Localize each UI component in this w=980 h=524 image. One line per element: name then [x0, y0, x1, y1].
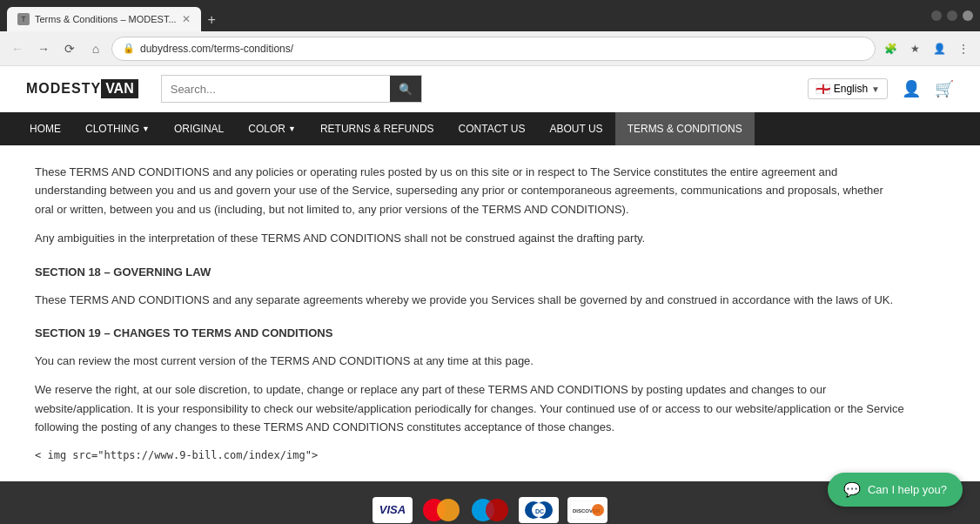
bookmark-icon[interactable]: ★: [905, 39, 924, 58]
language-arrow-icon: ▼: [871, 84, 880, 94]
nav-home[interactable]: HOME: [17, 112, 73, 145]
section-19-para-2: We reserve the right, at our sole discre…: [35, 380, 905, 436]
secure-icon: 🔒: [123, 43, 135, 54]
visa-payment-icon: VISA: [373, 497, 413, 523]
section-18-title: SECTION 18 – GOVERNING LAW: [35, 264, 905, 282]
close-button[interactable]: [963, 10, 973, 21]
chat-label: Can I help you?: [868, 483, 947, 496]
diners-payment-icon: DC: [519, 497, 559, 523]
tab-favicon: T: [17, 13, 30, 25]
window-controls: [931, 10, 973, 21]
section-19-para-1: You can review the most current version …: [35, 352, 905, 370]
minimize-button[interactable]: [931, 10, 942, 21]
nav-color[interactable]: COLOR ▼: [236, 112, 308, 145]
language-selector[interactable]: 🏴󠁧󠁢󠁥󠁮󠁧󠁿 English ▼: [808, 78, 888, 99]
forward-button[interactable]: →: [33, 38, 54, 59]
svg-text:DC: DC: [535, 508, 544, 514]
tab-title: Terms & Conditions – MODEST...: [35, 14, 177, 24]
code-line: < img src="https://www.9-bill.com/index/…: [35, 447, 905, 464]
discover-svg: DISCOVER: [570, 500, 605, 520]
mastercard-payment-icon: [421, 497, 461, 523]
chat-icon: 💬: [843, 481, 861, 498]
nav-contact[interactable]: CONTACT US: [446, 112, 538, 145]
nav-clothing[interactable]: CLOTHING ▼: [73, 112, 162, 145]
logo-van: VAN: [101, 79, 138, 98]
address-bar[interactable]: 🔒 dubydress.com/terms-conditions/: [111, 37, 876, 61]
cart-icon[interactable]: 🛒: [935, 79, 954, 98]
browser-chrome: T Terms & Conditions – MODEST... ✕ +: [0, 0, 980, 31]
main-content: These TERMS AND CONDITIONS and any polic…: [0, 145, 940, 481]
address-url: dubydress.com/terms-conditions/: [140, 43, 864, 55]
maximize-button[interactable]: [947, 10, 957, 21]
diners-svg: DC: [521, 500, 556, 521]
clothing-arrow-icon: ▼: [142, 124, 150, 133]
logo-modesty: MODESTY: [26, 81, 101, 97]
back-button[interactable]: ←: [7, 38, 28, 59]
tab-close-button[interactable]: ✕: [182, 13, 191, 25]
browser-toolbar: ← → ⟳ ⌂ 🔒 dubydress.com/terms-conditions…: [0, 31, 980, 66]
nav-returns[interactable]: RETURNS & REFUNDS: [308, 112, 446, 145]
svg-point-6: [592, 504, 604, 516]
search-button[interactable]: 🔍: [390, 76, 421, 102]
active-tab[interactable]: T Terms & Conditions – MODEST... ✕: [7, 7, 201, 31]
payment-icons: VISA DC DISCOVER: [26, 497, 954, 523]
extensions-icon[interactable]: 🧩: [881, 39, 900, 58]
flag-icon: 🏴󠁧󠁢󠁥󠁮󠁧󠁿: [816, 82, 830, 96]
paragraph-1: These TERMS AND CONDITIONS and any polic…: [35, 163, 905, 218]
header-right: 🏴󠁧󠁢󠁥󠁮󠁧󠁿 English ▼ 👤 🛒: [808, 78, 954, 99]
site-logo[interactable]: MODESTY VAN: [26, 79, 138, 98]
section-19-title: SECTION 19 – CHANGES TO TERMS AND CONDIT…: [35, 325, 905, 343]
profile-icon[interactable]: 👤: [930, 39, 949, 58]
maestro-payment-icon: [470, 497, 510, 523]
color-arrow-icon: ▼: [288, 124, 296, 133]
section-18-text: These TERMS AND CONDITIONS and any separ…: [35, 291, 905, 309]
discover-payment-icon: DISCOVER: [567, 497, 607, 523]
browser-tabs: T Terms & Conditions – MODEST... ✕ +: [7, 0, 926, 31]
home-button[interactable]: ⌂: [85, 38, 106, 59]
menu-icon[interactable]: ⋮: [954, 39, 973, 58]
site-nav: HOME CLOTHING ▼ ORIGINAL COLOR ▼ RETURNS…: [0, 112, 980, 145]
nav-about[interactable]: ABOUT US: [538, 112, 615, 145]
browser-icons: 🧩 ★ 👤 ⋮: [881, 39, 973, 58]
site-header: MODESTY VAN 🔍 🏴󠁧󠁢󠁥󠁮󠁧󠁿 English ▼ 👤 🛒: [0, 66, 980, 112]
paragraph-2: Any ambiguities in the interpretation of…: [35, 229, 905, 247]
search-bar: 🔍: [161, 75, 422, 103]
search-input[interactable]: [162, 76, 390, 102]
chat-bubble[interactable]: 💬 Can I help you?: [828, 473, 963, 507]
user-icon[interactable]: 👤: [902, 79, 921, 98]
nav-terms[interactable]: TERMS & CONDITIONS: [615, 112, 755, 145]
language-label: English: [834, 83, 868, 95]
reload-button[interactable]: ⟳: [59, 38, 80, 59]
new-tab-button[interactable]: +: [205, 9, 219, 31]
nav-original[interactable]: ORIGINAL: [162, 112, 236, 145]
